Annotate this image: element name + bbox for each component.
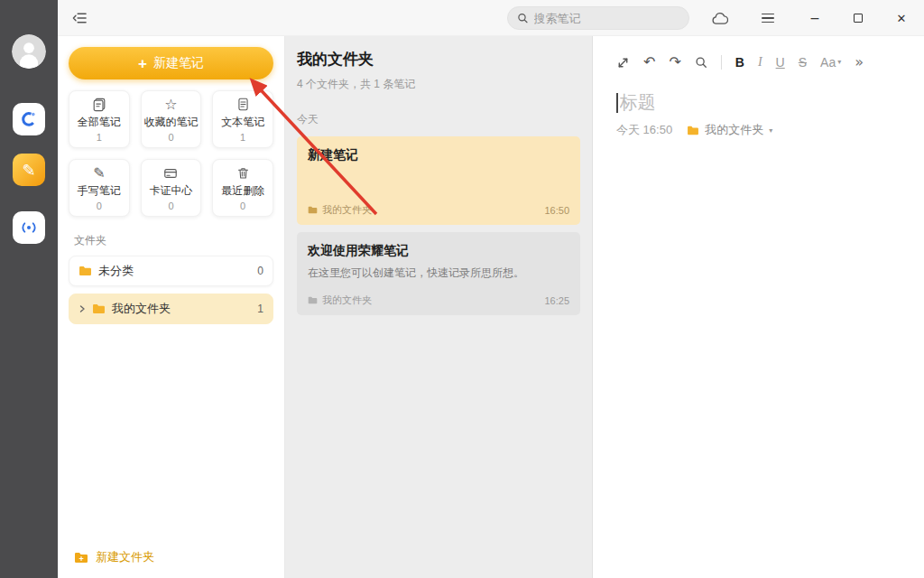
all-notes-icon [92, 97, 106, 113]
notes-sidebar: + 新建笔记 全部笔记 1 [58, 36, 285, 578]
folder-selector-label: 我的文件夹 [705, 122, 763, 138]
category-recently-deleted[interactable]: 最近删除 0 [212, 159, 273, 217]
close-button[interactable]: ✕ [890, 7, 913, 29]
folder-icon [92, 303, 106, 314]
handwriting-icon: ✎ [93, 165, 105, 182]
note-card-welcome[interactable]: 欢迎使用荣耀笔记 在这里您可以创建笔记，快速记录所思所想。 我的文件夹 16:2… [297, 232, 580, 315]
folders-heading: 文件夹 [69, 233, 273, 248]
category-card-center[interactable]: 卡证中心 0 [141, 159, 202, 217]
undo-icon[interactable]: ↶ [643, 55, 655, 70]
editor-meta: 今天 16:50 我的文件夹 ▾ [616, 122, 901, 138]
folder-icon [687, 126, 699, 135]
editor-title-row [616, 92, 901, 113]
category-grid: 全部笔记 1 ☆ 收藏的笔记 0 [69, 90, 273, 217]
folder-stats: 4 个文件夹，共 1 条笔记 [297, 77, 580, 92]
note-preview: 在这里您可以创建笔记，快速记录所思所想。 [308, 266, 569, 281]
category-text-notes[interactable]: 文本笔记 1 [212, 90, 273, 148]
note-folder: 我的文件夹 [322, 203, 372, 217]
new-note-button[interactable]: + 新建笔记 [69, 47, 273, 79]
note-title: 新建笔记 [308, 147, 569, 163]
font-button[interactable]: Aa ▾ [820, 56, 841, 69]
search-input[interactable] [534, 12, 679, 25]
toolbar-divider [721, 55, 722, 70]
editor-toolbar: ↶ ↷ B I U S Aa ▾ » [616, 49, 901, 76]
signal-icon [19, 218, 39, 238]
trash-icon [236, 165, 250, 182]
star-icon: ☆ [164, 97, 177, 113]
app-rail: ✎ [0, 0, 58, 578]
minimize-button[interactable]: − [803, 7, 827, 29]
search-icon [517, 12, 529, 24]
note-folder: 我的文件夹 [322, 294, 372, 307]
folder-icon [308, 206, 318, 214]
redo-icon[interactable]: ↷ [669, 55, 680, 70]
editor-panel: ↶ ↷ B I U S Aa ▾ » [593, 36, 924, 578]
note-timestamp: 今天 16:50 [616, 122, 672, 138]
folder-uncategorized[interactable]: 未分类 0 [69, 256, 273, 286]
find-in-note-icon[interactable] [695, 56, 707, 69]
search-box[interactable] [507, 6, 689, 30]
plus-icon: + [138, 56, 147, 71]
maximize-button[interactable] [846, 7, 870, 29]
note-time: 16:25 [544, 295, 569, 306]
underline-button[interactable]: U [776, 56, 785, 69]
category-all-notes[interactable]: 全部笔记 1 [69, 90, 130, 148]
note-title-input[interactable] [620, 92, 901, 113]
expand-icon[interactable] [616, 56, 630, 70]
new-folder-icon [74, 552, 88, 564]
new-folder-button[interactable]: 新建文件夹 [74, 549, 154, 565]
note-title: 欢迎使用荣耀笔记 [308, 243, 569, 259]
text-cursor [616, 93, 618, 113]
folder-my-folder[interactable]: 我的文件夹 1 [69, 294, 273, 324]
maximize-icon [854, 14, 863, 23]
hamburger-lines [762, 14, 774, 23]
app-window: ✎ [0, 0, 924, 578]
broadcast-app-icon[interactable] [13, 211, 45, 244]
new-folder-label: 新建文件夹 [96, 549, 154, 565]
section-label-today: 今天 [297, 112, 580, 127]
folder-title: 我的文件夹 [297, 49, 580, 70]
blue-ring-icon [19, 109, 39, 129]
cloud-sync-icon[interactable] [709, 9, 729, 27]
category-favorites[interactable]: ☆ 收藏的笔记 0 [141, 90, 202, 148]
chevron-right-icon[interactable] [79, 305, 86, 312]
person-icon [12, 34, 46, 69]
menu-icon[interactable] [758, 9, 778, 27]
note-time: 16:50 [544, 205, 569, 216]
new-note-label: 新建笔记 [153, 55, 204, 71]
sync-app-icon[interactable] [13, 103, 45, 135]
collapse-sidebar-icon[interactable] [72, 11, 88, 29]
folder-icon [79, 266, 92, 276]
italic-button[interactable]: I [758, 56, 762, 69]
notes-app-icon[interactable]: ✎ [13, 154, 45, 186]
category-handwritten-notes[interactable]: ✎ 手写笔记 0 [69, 159, 130, 217]
user-avatar[interactable] [12, 34, 46, 69]
folder-icon [308, 296, 318, 304]
caret-down-icon: ▾ [837, 59, 841, 66]
note-list-panel: 我的文件夹 4 个文件夹，共 1 条笔记 今天 新建笔记 我的文件夹 16:50 [285, 36, 593, 578]
note-footer: 我的文件夹 16:50 [308, 203, 569, 217]
bold-button[interactable]: B [735, 56, 744, 69]
text-note-icon [236, 97, 250, 113]
more-tools-icon[interactable]: » [855, 55, 864, 70]
pencil-icon: ✎ [22, 161, 35, 180]
strikethrough-button[interactable]: S [799, 56, 807, 69]
note-footer: 我的文件夹 16:25 [308, 294, 569, 307]
note-card-new-note[interactable]: 新建笔记 我的文件夹 16:50 [297, 136, 580, 225]
folder-selector[interactable]: 我的文件夹 ▾ [687, 122, 772, 138]
titlebar: − ✕ [58, 0, 924, 36]
card-icon [163, 165, 178, 182]
caret-down-icon: ▾ [769, 126, 772, 135]
